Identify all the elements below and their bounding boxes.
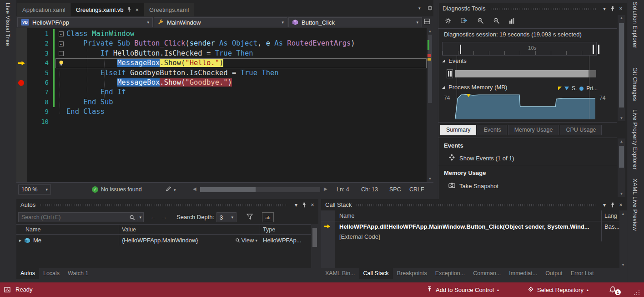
selection-handle[interactable] [598,45,599,54]
show-events-link[interactable]: Show Events (1 of 1) [448,154,514,162]
background-tasks-icon[interactable] [4,287,10,294]
scrollbar-thumb[interactable] [619,146,624,168]
scroll-up-icon[interactable]: ▲ [427,29,433,33]
scroll-down-icon[interactable]: ▼ [618,192,625,196]
filter-icon[interactable] [247,214,253,221]
summary-scrollbar[interactable]: ▲ ▼ [618,138,625,197]
search-input[interactable] [19,214,129,220]
events-track-bar[interactable] [455,70,596,77]
notification-badge[interactable]: 1 [615,289,621,295]
close-icon[interactable]: × [617,5,625,12]
events-section-header[interactable]: Events [442,57,467,64]
side-tab[interactable]: Solution Explorer [632,2,638,48]
autos-tab[interactable]: Locals [39,268,64,279]
spaces-indicator[interactable]: SPC [389,186,401,193]
selection-handle[interactable] [460,45,461,54]
collapse-box-icon[interactable]: - [59,51,64,56]
side-tab[interactable]: Git Changes [632,67,638,101]
code-line[interactable]: 1-Class MainWindow [16,29,427,39]
diagnostics-tab[interactable]: CPU Usage [560,125,602,135]
code-gutter[interactable] [16,29,27,39]
view-button[interactable]: View ▾ [235,237,257,244]
event-marker-icon[interactable] [447,69,453,78]
pen-icon[interactable] [166,186,171,193]
memory-section-header[interactable]: Process Memory (MB) [442,84,507,91]
collapse-box-icon[interactable]: - [59,31,64,36]
tab-overflow-chevron-icon[interactable]: ▾ [418,6,421,10]
close-icon[interactable]: × [308,201,317,209]
search-forward-icon[interactable]: → [161,214,167,220]
callstack-tab[interactable]: Immediat... [505,268,541,279]
close-icon[interactable]: × [135,6,139,13]
add-to-source-control-button[interactable]: Add to Source Control ▴ [427,282,499,297]
lightbulb-icon[interactable] [58,60,64,67]
callstack-row[interactable]: HelloWPFApp.dll!HelloWPFApp.MainWindow.B… [321,221,619,231]
code-line[interactable]: 8 End Sub [16,97,427,107]
code-gutter[interactable] [16,87,27,97]
chevron-down-icon[interactable]: ▾ [600,5,609,12]
scroll-down-icon[interactable]: ▼ [619,263,627,267]
search-depth-dropdown[interactable]: 3 ▾ [216,212,236,222]
code-gutter[interactable] [16,49,27,58]
member-dropdown[interactable]: Button_Click ▾ [288,17,422,27]
column-header-type[interactable]: Type [260,226,311,233]
code-gutter[interactable] [16,58,27,68]
column-header-value[interactable]: Value [119,225,260,234]
callstack-tab[interactable]: XAML Bin... [321,268,359,279]
callstack-tab[interactable]: Call Stack [359,268,393,279]
hscroll-right-icon[interactable]: ▶ [324,186,327,191]
search-box[interactable]: ▾ [18,212,144,222]
hscroll-left-icon[interactable]: ◀ [193,186,196,191]
scroll-down-icon[interactable]: ▼ [427,177,433,181]
chevron-down-icon[interactable]: ▾ [292,201,300,209]
chevron-down-icon[interactable]: ▾ [174,188,176,192]
close-icon[interactable]: × [617,201,625,209]
scroll-down-icon[interactable]: ▼ [618,116,625,120]
drag-grip[interactable] [40,204,287,206]
chevron-down-icon[interactable]: ▾ [600,201,609,209]
code-gutter[interactable] [16,97,27,107]
autos-row[interactable]: ▸ Me {HelloWPFApp.MainWindow} View ▾ Hel… [16,235,311,246]
code-line[interactable]: 3- If HelloButton.IsChecked = True Then [16,49,427,58]
code-gutter[interactable] [16,78,27,87]
settings-gear-icon[interactable] [445,17,452,26]
code-line[interactable]: 9End Class [16,107,427,117]
column-header-name[interactable]: Name [335,213,601,219]
callstack-tab[interactable]: Breakpoints [393,268,431,279]
resize-grip[interactable] [639,294,639,295]
horizontal-scrollbar[interactable] [200,187,320,192]
scroll-up-icon[interactable]: ▲ [618,139,625,143]
scrollbar-thumb[interactable] [312,228,317,247]
zoom-in-icon[interactable] [477,17,484,26]
type-dropdown[interactable]: MainWindow ▾ [154,17,287,27]
timeline-ruler[interactable]: 10s [442,42,597,56]
tab-options-gear-icon[interactable] [427,5,433,13]
scrollbar-thumb[interactable] [619,23,624,108]
column-header-lang[interactable]: Lang [601,210,619,221]
project-dropdown[interactable]: VB HelloWPFApp ▾ [17,17,153,27]
reset-view-icon[interactable] [509,17,516,26]
code-line[interactable]: 4 MessageBox.Show("Hello.") [16,58,427,68]
diagnostics-scrollbar[interactable]: ▲ ▼ [618,15,625,121]
pin-icon[interactable] [609,5,617,12]
document-tab[interactable]: Application.xaml [17,3,70,16]
callstack-tab[interactable]: Exception... [431,268,469,279]
search-options-chevron-icon[interactable]: ▾ [137,215,143,220]
zoom-dropdown[interactable]: 100 % ▾ [18,184,51,195]
autos-tab[interactable]: Autos [16,268,39,279]
callstack-tab[interactable]: Output [541,268,567,279]
scroll-up-icon[interactable]: ▲ [619,212,627,216]
take-snapshot-link[interactable]: Take Snapshot [448,182,498,189]
code-gutter[interactable] [16,39,27,48]
drag-grip[interactable] [357,204,596,206]
callstack-tab[interactable]: Error List [567,268,598,279]
search-back-icon[interactable]: ← [150,214,156,220]
pin-icon[interactable] [300,201,308,209]
callstack-tab[interactable]: Comman... [469,268,505,279]
eol-indicator[interactable]: CRLF [409,186,424,193]
code-gutter[interactable] [16,68,27,78]
select-repository-button[interactable]: Select Repository ▴ [528,282,589,297]
text-visualizer-icon[interactable]: ab [262,212,274,222]
code-line[interactable]: 5 ElseIf GoodbyeButton.IsChecked = True … [16,68,427,78]
callstack-row[interactable]: [External Code] [321,231,619,241]
